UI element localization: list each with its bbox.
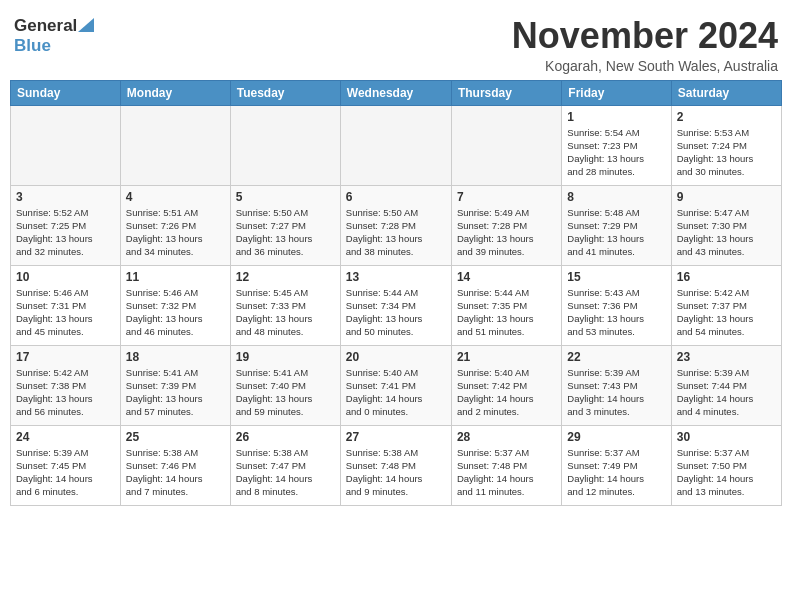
calendar-day-header: Sunday xyxy=(11,80,121,105)
calendar-day-header: Monday xyxy=(120,80,230,105)
day-number: 6 xyxy=(346,190,446,204)
calendar-week-row: 24Sunrise: 5:39 AM Sunset: 7:45 PM Dayli… xyxy=(11,425,782,505)
location-subtitle: Kogarah, New South Wales, Australia xyxy=(512,58,778,74)
calendar-cell: 25Sunrise: 5:38 AM Sunset: 7:46 PM Dayli… xyxy=(120,425,230,505)
day-number: 8 xyxy=(567,190,665,204)
calendar-cell: 10Sunrise: 5:46 AM Sunset: 7:31 PM Dayli… xyxy=(11,265,121,345)
day-info: Sunrise: 5:45 AM Sunset: 7:33 PM Dayligh… xyxy=(236,286,335,339)
calendar-cell: 9Sunrise: 5:47 AM Sunset: 7:30 PM Daylig… xyxy=(671,185,781,265)
calendar-cell: 3Sunrise: 5:52 AM Sunset: 7:25 PM Daylig… xyxy=(11,185,121,265)
calendar-cell: 23Sunrise: 5:39 AM Sunset: 7:44 PM Dayli… xyxy=(671,345,781,425)
logo-triangle-icon xyxy=(78,18,94,34)
calendar-cell: 6Sunrise: 5:50 AM Sunset: 7:28 PM Daylig… xyxy=(340,185,451,265)
day-number: 20 xyxy=(346,350,446,364)
calendar-cell: 16Sunrise: 5:42 AM Sunset: 7:37 PM Dayli… xyxy=(671,265,781,345)
day-info: Sunrise: 5:38 AM Sunset: 7:46 PM Dayligh… xyxy=(126,446,225,499)
day-info: Sunrise: 5:44 AM Sunset: 7:35 PM Dayligh… xyxy=(457,286,556,339)
calendar-cell: 24Sunrise: 5:39 AM Sunset: 7:45 PM Dayli… xyxy=(11,425,121,505)
day-info: Sunrise: 5:37 AM Sunset: 7:49 PM Dayligh… xyxy=(567,446,665,499)
calendar-cell: 29Sunrise: 5:37 AM Sunset: 7:49 PM Dayli… xyxy=(562,425,671,505)
calendar-cell: 17Sunrise: 5:42 AM Sunset: 7:38 PM Dayli… xyxy=(11,345,121,425)
day-info: Sunrise: 5:46 AM Sunset: 7:32 PM Dayligh… xyxy=(126,286,225,339)
day-number: 26 xyxy=(236,430,335,444)
day-number: 27 xyxy=(346,430,446,444)
day-info: Sunrise: 5:50 AM Sunset: 7:27 PM Dayligh… xyxy=(236,206,335,259)
logo-general-text: General xyxy=(14,16,77,36)
calendar-cell xyxy=(340,105,451,185)
calendar-day-header: Tuesday xyxy=(230,80,340,105)
calendar-week-row: 17Sunrise: 5:42 AM Sunset: 7:38 PM Dayli… xyxy=(11,345,782,425)
calendar-cell: 7Sunrise: 5:49 AM Sunset: 7:28 PM Daylig… xyxy=(451,185,561,265)
day-info: Sunrise: 5:40 AM Sunset: 7:42 PM Dayligh… xyxy=(457,366,556,419)
day-info: Sunrise: 5:54 AM Sunset: 7:23 PM Dayligh… xyxy=(567,126,665,179)
day-number: 10 xyxy=(16,270,115,284)
calendar-header-row: SundayMondayTuesdayWednesdayThursdayFrid… xyxy=(11,80,782,105)
svg-marker-0 xyxy=(78,18,94,32)
calendar-cell: 4Sunrise: 5:51 AM Sunset: 7:26 PM Daylig… xyxy=(120,185,230,265)
calendar-cell: 27Sunrise: 5:38 AM Sunset: 7:48 PM Dayli… xyxy=(340,425,451,505)
day-info: Sunrise: 5:50 AM Sunset: 7:28 PM Dayligh… xyxy=(346,206,446,259)
calendar-day-header: Wednesday xyxy=(340,80,451,105)
calendar-cell: 15Sunrise: 5:43 AM Sunset: 7:36 PM Dayli… xyxy=(562,265,671,345)
logo: General Blue xyxy=(14,16,94,56)
day-number: 18 xyxy=(126,350,225,364)
day-number: 15 xyxy=(567,270,665,284)
day-info: Sunrise: 5:42 AM Sunset: 7:38 PM Dayligh… xyxy=(16,366,115,419)
day-number: 3 xyxy=(16,190,115,204)
day-number: 23 xyxy=(677,350,776,364)
calendar-week-row: 3Sunrise: 5:52 AM Sunset: 7:25 PM Daylig… xyxy=(11,185,782,265)
day-info: Sunrise: 5:49 AM Sunset: 7:28 PM Dayligh… xyxy=(457,206,556,259)
calendar-cell: 22Sunrise: 5:39 AM Sunset: 7:43 PM Dayli… xyxy=(562,345,671,425)
day-number: 14 xyxy=(457,270,556,284)
calendar-week-row: 10Sunrise: 5:46 AM Sunset: 7:31 PM Dayli… xyxy=(11,265,782,345)
calendar-cell: 8Sunrise: 5:48 AM Sunset: 7:29 PM Daylig… xyxy=(562,185,671,265)
calendar-cell: 18Sunrise: 5:41 AM Sunset: 7:39 PM Dayli… xyxy=(120,345,230,425)
logo-general: General xyxy=(14,16,94,36)
calendar-cell: 14Sunrise: 5:44 AM Sunset: 7:35 PM Dayli… xyxy=(451,265,561,345)
calendar-cell xyxy=(230,105,340,185)
calendar-cell: 30Sunrise: 5:37 AM Sunset: 7:50 PM Dayli… xyxy=(671,425,781,505)
day-number: 7 xyxy=(457,190,556,204)
day-number: 25 xyxy=(126,430,225,444)
day-info: Sunrise: 5:51 AM Sunset: 7:26 PM Dayligh… xyxy=(126,206,225,259)
calendar-day-header: Saturday xyxy=(671,80,781,105)
calendar-cell: 26Sunrise: 5:38 AM Sunset: 7:47 PM Dayli… xyxy=(230,425,340,505)
day-number: 21 xyxy=(457,350,556,364)
calendar-cell: 2Sunrise: 5:53 AM Sunset: 7:24 PM Daylig… xyxy=(671,105,781,185)
day-info: Sunrise: 5:52 AM Sunset: 7:25 PM Dayligh… xyxy=(16,206,115,259)
day-info: Sunrise: 5:40 AM Sunset: 7:41 PM Dayligh… xyxy=(346,366,446,419)
calendar-cell: 20Sunrise: 5:40 AM Sunset: 7:41 PM Dayli… xyxy=(340,345,451,425)
calendar-cell xyxy=(120,105,230,185)
day-info: Sunrise: 5:38 AM Sunset: 7:48 PM Dayligh… xyxy=(346,446,446,499)
day-number: 11 xyxy=(126,270,225,284)
month-title: November 2024 xyxy=(512,16,778,56)
day-number: 2 xyxy=(677,110,776,124)
calendar-week-row: 1Sunrise: 5:54 AM Sunset: 7:23 PM Daylig… xyxy=(11,105,782,185)
day-info: Sunrise: 5:41 AM Sunset: 7:40 PM Dayligh… xyxy=(236,366,335,419)
calendar-cell: 21Sunrise: 5:40 AM Sunset: 7:42 PM Dayli… xyxy=(451,345,561,425)
calendar-cell: 28Sunrise: 5:37 AM Sunset: 7:48 PM Dayli… xyxy=(451,425,561,505)
calendar-cell: 5Sunrise: 5:50 AM Sunset: 7:27 PM Daylig… xyxy=(230,185,340,265)
day-info: Sunrise: 5:39 AM Sunset: 7:43 PM Dayligh… xyxy=(567,366,665,419)
day-number: 17 xyxy=(16,350,115,364)
day-number: 5 xyxy=(236,190,335,204)
day-info: Sunrise: 5:39 AM Sunset: 7:45 PM Dayligh… xyxy=(16,446,115,499)
day-number: 30 xyxy=(677,430,776,444)
calendar-day-header: Thursday xyxy=(451,80,561,105)
day-info: Sunrise: 5:39 AM Sunset: 7:44 PM Dayligh… xyxy=(677,366,776,419)
day-number: 24 xyxy=(16,430,115,444)
page-header: General Blue November 2024 Kogarah, New … xyxy=(10,10,782,74)
title-area: November 2024 Kogarah, New South Wales, … xyxy=(512,16,778,74)
day-number: 12 xyxy=(236,270,335,284)
calendar-cell xyxy=(451,105,561,185)
day-number: 1 xyxy=(567,110,665,124)
day-info: Sunrise: 5:53 AM Sunset: 7:24 PM Dayligh… xyxy=(677,126,776,179)
day-number: 4 xyxy=(126,190,225,204)
day-number: 28 xyxy=(457,430,556,444)
day-info: Sunrise: 5:47 AM Sunset: 7:30 PM Dayligh… xyxy=(677,206,776,259)
day-number: 9 xyxy=(677,190,776,204)
calendar-cell: 1Sunrise: 5:54 AM Sunset: 7:23 PM Daylig… xyxy=(562,105,671,185)
day-number: 29 xyxy=(567,430,665,444)
day-info: Sunrise: 5:48 AM Sunset: 7:29 PM Dayligh… xyxy=(567,206,665,259)
logo-blue-text: Blue xyxy=(14,36,51,56)
